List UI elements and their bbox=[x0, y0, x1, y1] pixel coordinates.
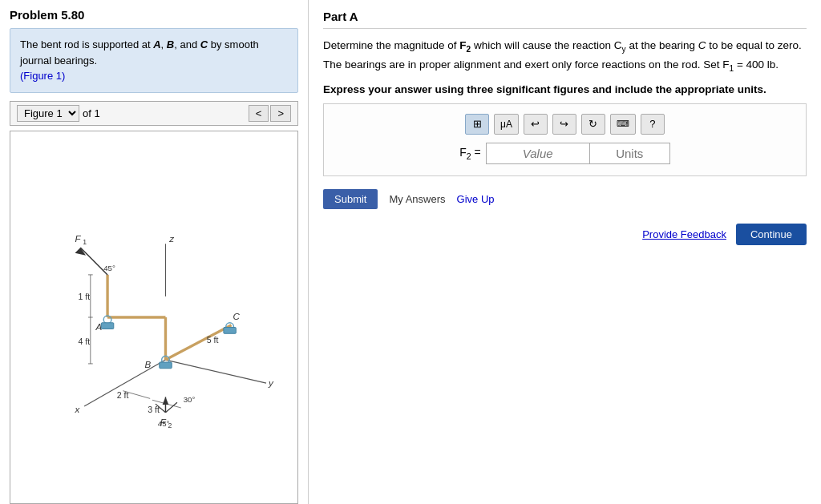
svg-text:x: x bbox=[75, 405, 81, 414]
micro-a-button[interactable]: μΑ bbox=[494, 114, 519, 135]
svg-text:F: F bbox=[75, 234, 82, 244]
refresh-button[interactable]: ↻ bbox=[581, 114, 605, 135]
svg-text:y: y bbox=[268, 378, 274, 388]
give-up-link[interactable]: Give Up bbox=[457, 193, 495, 205]
matrix-button[interactable]: ⊞ bbox=[465, 114, 489, 135]
value-input[interactable] bbox=[486, 143, 590, 164]
help-button[interactable]: ? bbox=[641, 114, 665, 135]
input-row: F2 = bbox=[337, 143, 793, 164]
f2-label: F2 = bbox=[459, 146, 480, 161]
problem-text: Determine the magnitude of F2 which will… bbox=[323, 37, 807, 75]
figure-link[interactable]: (Figure 1) bbox=[20, 70, 65, 82]
right-panel: Part A Determine the magnitude of F2 whi… bbox=[309, 0, 821, 504]
keyboard-button[interactable]: ⌨ bbox=[610, 114, 636, 135]
figure-image: z y x F 1 bbox=[18, 205, 290, 429]
svg-text:30°: 30° bbox=[184, 395, 196, 404]
svg-text:C: C bbox=[233, 312, 240, 321]
svg-text:45°: 45° bbox=[158, 419, 170, 428]
submit-button[interactable]: Submit bbox=[323, 189, 378, 209]
problem-description: The bent rod is supported at A, B, and C… bbox=[10, 28, 298, 93]
svg-text:1: 1 bbox=[83, 238, 87, 246]
svg-text:4 ft: 4 ft bbox=[78, 337, 90, 346]
svg-rect-24 bbox=[224, 327, 236, 333]
problem-title: Problem 5.80 bbox=[10, 8, 298, 22]
svg-text:2 ft: 2 ft bbox=[117, 390, 129, 400]
undo-button[interactable]: ↩ bbox=[524, 114, 548, 135]
svg-text:1 ft: 1 ft bbox=[78, 292, 90, 301]
my-answers-link[interactable]: My Answers bbox=[389, 193, 445, 205]
svg-text:45°: 45° bbox=[103, 264, 115, 272]
figure-of-label: of 1 bbox=[83, 107, 107, 119]
help-icon: ? bbox=[649, 118, 655, 130]
figure-box: z y x F 1 bbox=[10, 131, 298, 505]
matrix-icon: ⊞ bbox=[473, 118, 482, 130]
action-row: Submit My Answers Give Up bbox=[323, 189, 807, 209]
svg-text:z: z bbox=[168, 234, 174, 244]
redo-button[interactable]: ↪ bbox=[552, 114, 576, 135]
left-panel: Problem 5.80 The bent rod is supported a… bbox=[0, 0, 309, 504]
svg-rect-18 bbox=[101, 323, 113, 329]
answer-box: ⊞ μΑ ↩ ↪ ↻ ⌨ ? bbox=[323, 103, 807, 176]
provide-feedback-link[interactable]: Provide Feedback bbox=[642, 228, 726, 240]
bottom-row: Provide Feedback Continue bbox=[323, 224, 807, 245]
part-title: Part A bbox=[323, 10, 807, 29]
keyboard-icon: ⌨ bbox=[617, 119, 629, 129]
svg-rect-21 bbox=[160, 362, 172, 369]
micro-a-icon: μΑ bbox=[500, 119, 512, 130]
figure-next-button[interactable]: > bbox=[270, 105, 291, 122]
units-input[interactable] bbox=[590, 143, 670, 164]
refresh-icon: ↻ bbox=[588, 118, 597, 130]
toolbar: ⊞ μΑ ↩ ↪ ↻ ⌨ ? bbox=[337, 114, 793, 135]
figure-select[interactable]: Figure 1 bbox=[17, 105, 79, 122]
continue-button[interactable]: Continue bbox=[736, 224, 807, 245]
express-text: Express your answer using three signific… bbox=[323, 83, 807, 95]
redo-icon: ↪ bbox=[560, 118, 568, 130]
svg-text:B: B bbox=[144, 360, 151, 369]
undo-icon: ↩ bbox=[531, 118, 540, 130]
figure-prev-button[interactable]: < bbox=[249, 105, 269, 122]
figure-nav: Figure 1 of 1 < > bbox=[10, 101, 298, 126]
svg-text:5 ft: 5 ft bbox=[207, 335, 219, 345]
